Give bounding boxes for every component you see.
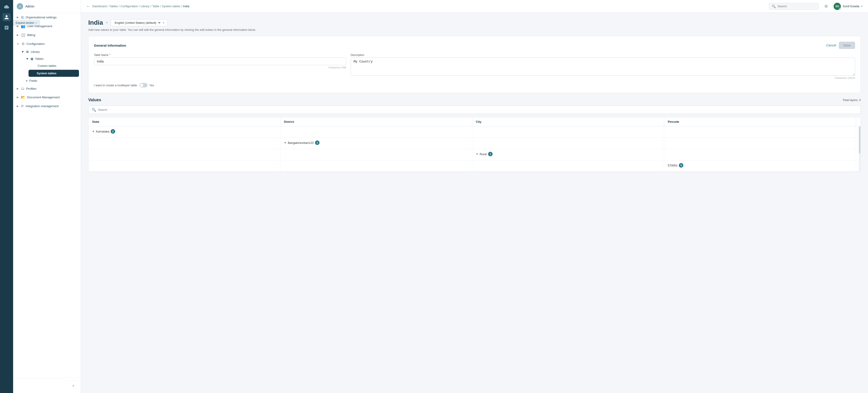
scrollbar-thumb[interactable] [859,127,860,153]
sidebar-item-billing[interactable]: ▶ ⬜ Billing [13,31,81,39]
library-section: ▼ 🏛 Library ▼ ▦ Tables Custom tables Sys… [13,48,81,84]
breadcrumb-system-tables[interactable]: System tables [162,4,180,8]
sidebar-item-custom-tables[interactable]: Custom tables [27,62,81,69]
language-selector[interactable]: English (United States) (default) French… [111,19,167,26]
profiles-icon: 🗂 [21,87,25,91]
multilayer-toggle-row: I want to create a multilayer table Yes [94,83,855,87]
breadcrumb-current: India [183,4,189,8]
description-char-count: Characters 10/255 [351,77,855,79]
values-section: Values Total layers: 4 🔍 State District … [88,97,861,172]
profiles-chevron: ▶ [17,87,19,90]
column-header-scrollbar [856,117,861,126]
column-header-district: District [280,117,472,126]
expand-tooltip-close[interactable]: × [35,21,37,25]
rural-chevron[interactable]: ▼ [476,153,478,156]
breadcrumb-dashboard[interactable]: Dashboard [92,4,107,8]
sidebar-collapse-button[interactable]: « [70,381,77,390]
integration-chevron: ▶ [17,105,19,108]
breadcrumb: ← Dashboard / Tables / Configuration / L… [87,4,765,8]
integration-label: Integration management [26,105,59,108]
sidebar: A Admin ▶ ⊞ Organisational settings ▶ 👥 … [13,0,81,393]
tables-icon: ▦ [31,57,33,60]
values-search-icon: 🔍 [92,108,96,112]
cloud-rail-icon[interactable] [2,3,11,11]
settings-gear-button[interactable]: ⚙ [822,2,830,10]
profiles-label: Profiles [26,87,36,90]
karnataka-chevron[interactable]: ▼ [92,130,95,133]
values-search-input[interactable] [98,108,143,111]
breadcrumb-library[interactable]: Library [141,4,150,8]
content-area: India • English (United States) (default… [81,13,868,393]
document-rail-icon[interactable] [2,24,11,32]
cell-district-3 [280,149,472,160]
table-row: ▼ Karnataka 2 [89,127,861,138]
billing-chevron: ▶ [17,33,19,36]
doc-mgmt-label: Document Management [27,95,60,99]
bangalore-badge: 1 [315,140,319,145]
sidebar-item-fields[interactable]: ≡ Fields [22,77,81,84]
breadcrumb-tables[interactable]: Tables [109,4,118,8]
column-header-pincode: Pincode [664,117,856,126]
page-subtitle: Add new values to your table. You can st… [88,28,861,31]
tables-label: Tables [35,57,44,60]
karnataka-badge: 2 [111,129,115,134]
toggle-yes-label: Yes [149,84,154,87]
cell-city-rural: ▼ Rural 1 [472,149,664,160]
values-search-box[interactable]: 🔍 [88,106,861,114]
karnataka-label: Karnataka [96,130,109,133]
sidebar-item-configuration[interactable]: ▼ ⚙ Configuration [13,39,81,48]
scrollbar-track[interactable] [859,127,861,172]
user-dropdown-arrow: ▾ [861,5,863,8]
cancel-button[interactable]: Cancel [826,44,836,47]
user-info[interactable]: SU Sunil Gowda ▾ [834,3,863,10]
cell-state-4 [89,160,280,171]
cell-district-bangalore: ▼ Bangaloreurban123 1 [280,138,472,149]
sidebar-item-document-mgmt[interactable]: ▶ 📂 Document Management [13,93,81,102]
cell-state-karnataka: ▼ Karnataka 2 [89,127,280,138]
org-settings-label: Organisational settings [26,16,57,19]
multilayer-label: I want to create a multilayer table [94,84,137,87]
sidebar-item-integration-mgmt[interactable]: ▶ ⟳ Integration management [13,102,81,111]
table-row: ▼ Bangaloreurban123 1 [89,138,861,149]
language-dropdown[interactable]: English (United States) (default) French… [114,21,161,25]
back-arrow-button[interactable]: ← [87,4,90,8]
billing-label: Billing [27,33,35,37]
integration-icon: ⟳ [21,104,24,108]
card-actions: Cancel Save [826,42,855,49]
topbar-search-box[interactable]: 🔍 [769,3,819,10]
cell-city-4 [472,160,664,171]
library-label: Library [31,50,40,53]
table-name-group: Table Name * Characters 5/80 [94,53,346,79]
breadcrumb-configuration[interactable]: Configuration [120,4,138,8]
doc-mgmt-icon: 📂 [21,95,25,100]
multilayer-toggle[interactable]: Yes [140,83,154,87]
tables-chevron: ▼ [26,57,29,60]
general-info-title: General information [94,44,126,47]
lang-dropdown-arrow: ▾ [163,21,164,25]
fields-icon: ≡ [26,79,28,82]
fields-label: Fields [29,79,37,82]
breadcrumb-table[interactable]: Table [152,4,159,8]
rural-badge: 1 [488,152,493,156]
total-layers: Total layers: 4 [843,98,861,102]
toggle-switch[interactable] [140,83,148,87]
pincode-value: 570001 [668,164,678,167]
topbar-search-input[interactable] [777,4,816,8]
cell-scroll-4 [856,160,861,171]
sidebar-item-tables[interactable]: ▼ ▦ Tables [22,55,81,62]
table-name-input[interactable] [94,58,346,65]
cell-pincode-1 [664,127,856,138]
doc-mgmt-chevron: ▶ [17,96,19,99]
sidebar-item-system-tables[interactable]: System tables [29,70,79,77]
bangalore-chevron[interactable]: ▼ [284,141,286,144]
sidebar-item-library[interactable]: ▼ 🏛 Library [18,48,81,55]
admin-avatar: A [17,3,23,9]
user-rail-icon[interactable] [2,13,11,21]
org-settings-icon: ⊞ [21,15,24,20]
sidebar-item-profiles[interactable]: ▶ 🗂 Profiles [13,84,81,93]
description-input[interactable]: My Country [351,58,855,76]
save-button[interactable]: Save [839,42,855,49]
topbar: ← Dashboard / Tables / Configuration / L… [81,0,868,13]
cell-pincode-3 [664,149,856,160]
config-label: Configuration [27,42,44,46]
